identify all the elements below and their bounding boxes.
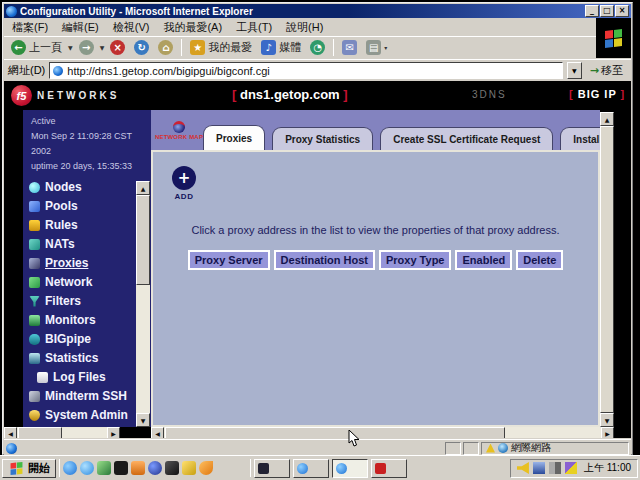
- history-button[interactable]: ◔: [307, 39, 328, 56]
- sidebar-item-bigpipe[interactable]: BIGpipe: [29, 332, 128, 346]
- go-button[interactable]: → 移至: [586, 63, 627, 78]
- network-status-icon[interactable]: [533, 462, 545, 474]
- address-label: 網址(D): [8, 63, 45, 78]
- title-bar[interactable]: Configuration Utility - Microsoft Intern…: [4, 4, 631, 18]
- tab-proxies[interactable]: Proxies: [203, 125, 265, 150]
- add-proxy-button[interactable]: + ADD: [171, 166, 197, 201]
- menu-favorites[interactable]: 我的最愛(A): [163, 20, 222, 35]
- go-icon: →: [590, 64, 599, 77]
- home-button[interactable]: ⌂: [155, 39, 176, 56]
- task-button[interactable]: [254, 459, 290, 478]
- sidebar-item-mindterm-ssh[interactable]: Mindterm SSH: [29, 389, 128, 403]
- tray-icon[interactable]: [565, 462, 577, 474]
- scroll-left-icon[interactable]: ◀: [4, 427, 17, 438]
- sidebar-item-system-admin[interactable]: System Admin: [29, 408, 128, 422]
- scroll-down-icon[interactable]: ▼: [600, 413, 614, 427]
- scroll-right-icon[interactable]: ▶: [601, 427, 614, 438]
- mail-icon: ✉: [342, 40, 357, 55]
- sidebar-item-proxies[interactable]: Proxies: [29, 256, 128, 270]
- scrollbar-thumb[interactable]: [165, 427, 505, 438]
- quicklaunch-icon[interactable]: [148, 461, 162, 475]
- favorites-button[interactable]: ★ 我的最愛: [187, 39, 255, 56]
- scroll-up-icon[interactable]: ▲: [136, 181, 150, 195]
- pools-icon: [29, 201, 40, 212]
- taskbar: 開始 上午 11:00: [0, 455, 640, 480]
- sidebar-item-log-files[interactable]: Log Files: [29, 370, 128, 384]
- address-dropdown-icon[interactable]: ▼: [567, 62, 582, 79]
- quicklaunch-icon[interactable]: [63, 461, 77, 475]
- content-horizontal-scrollbar: ◀ ▶: [151, 427, 614, 438]
- forward-dropdown-icon[interactable]: ▼: [100, 44, 105, 51]
- menu-file[interactable]: 檔案(F): [12, 20, 48, 35]
- tab-strip: NETWORK MAP Proxies Proxy Statistics Cre…: [151, 110, 600, 150]
- menu-edit[interactable]: 編輯(E): [62, 20, 99, 35]
- menu-help[interactable]: 說明(H): [286, 20, 323, 35]
- content-vertical-scrollbar: ▲ ▼: [600, 112, 614, 427]
- sidebar-item-pools[interactable]: Pools: [29, 199, 128, 213]
- network-map-button[interactable]: NETWORK MAP: [156, 113, 202, 147]
- system-admin-icon: [29, 410, 40, 421]
- scroll-up-icon[interactable]: ▲: [600, 112, 614, 126]
- scroll-down-icon[interactable]: ▼: [136, 413, 150, 427]
- start-button[interactable]: 開始: [2, 459, 56, 478]
- tab-proxy-statistics[interactable]: Proxy Statistics: [272, 127, 373, 150]
- task-button[interactable]: [371, 459, 407, 478]
- quicklaunch-icon[interactable]: [216, 461, 230, 475]
- start-label: 開始: [28, 461, 50, 476]
- media-button[interactable]: ♪ 媒體: [258, 39, 304, 56]
- column-header-delete: Delete: [516, 250, 563, 270]
- mindterm-ssh-icon: [29, 391, 40, 402]
- sidebar-item-rules[interactable]: Rules: [29, 218, 128, 232]
- menu-view[interactable]: 檢視(V): [113, 20, 150, 35]
- quicklaunch-icon[interactable]: [97, 461, 111, 475]
- scrollbar-thumb[interactable]: [136, 195, 150, 285]
- sidebar-item-monitors[interactable]: Monitors: [29, 313, 128, 327]
- quicklaunch-icon[interactable]: [80, 461, 94, 475]
- stop-button[interactable]: ×: [107, 39, 128, 56]
- tab-install-ssl-certificate[interactable]: Install SSL Certifi: [560, 127, 600, 150]
- address-input[interactable]: http://dns1.getop.com/bigipgui/bigconf.c…: [49, 62, 563, 79]
- volume-icon[interactable]: [517, 462, 529, 474]
- badge-3dns: 3DNS: [472, 89, 507, 100]
- tray-icon[interactable]: [549, 462, 561, 474]
- maximize-button[interactable]: □: [600, 5, 614, 17]
- scrollbar-thumb[interactable]: [600, 126, 614, 413]
- back-button[interactable]: ← 上一頁: [8, 39, 65, 56]
- scroll-right-icon[interactable]: ▶: [107, 427, 120, 438]
- sidebar-item-nats[interactable]: NATs: [29, 237, 128, 251]
- menu-tools[interactable]: 工具(T): [236, 20, 272, 35]
- refresh-icon: ↻: [134, 40, 149, 55]
- minimize-button[interactable]: _: [585, 5, 599, 17]
- print-dropdown-icon: ▾: [384, 44, 387, 51]
- sidebar-item-network[interactable]: Network: [29, 275, 128, 289]
- scroll-left-icon[interactable]: ◀: [151, 427, 164, 438]
- back-label: 上一頁: [29, 40, 62, 55]
- print-button[interactable]: ▤ ▾: [363, 39, 390, 56]
- mail-button[interactable]: ✉: [339, 39, 360, 56]
- refresh-button[interactable]: ↻: [131, 39, 152, 56]
- forward-button[interactable]: →: [76, 39, 97, 56]
- back-dropdown-icon[interactable]: ▼: [68, 44, 73, 51]
- close-button[interactable]: ×: [615, 5, 629, 17]
- sidebar-item-nodes[interactable]: Nodes: [29, 180, 128, 194]
- document-icon: [6, 443, 17, 454]
- favorites-label: 我的最愛: [208, 40, 252, 55]
- media-label: 媒體: [279, 40, 301, 55]
- scrollbar-thumb[interactable]: [18, 427, 62, 438]
- quicklaunch-icon[interactable]: [114, 461, 128, 475]
- nats-icon: [29, 239, 40, 250]
- app-icon: [258, 463, 269, 474]
- sidebar-item-statistics[interactable]: Statistics: [29, 351, 128, 365]
- system-tray: 上午 11:00: [510, 459, 638, 478]
- task-button[interactable]: [293, 459, 329, 478]
- quicklaunch-icon[interactable]: [233, 461, 247, 475]
- quicklaunch-icon[interactable]: [165, 461, 179, 475]
- sidebar-item-filters[interactable]: Filters: [29, 294, 128, 308]
- network-map-icon: [173, 121, 185, 133]
- tab-create-ssl-certificate-request[interactable]: Create SSL Certificate Request: [380, 127, 553, 150]
- quicklaunch-icon[interactable]: [131, 461, 145, 475]
- quicklaunch-icon[interactable]: [182, 461, 196, 475]
- task-button-active[interactable]: [332, 459, 368, 478]
- statistics-icon: [29, 353, 40, 364]
- quicklaunch-icon[interactable]: [199, 461, 213, 475]
